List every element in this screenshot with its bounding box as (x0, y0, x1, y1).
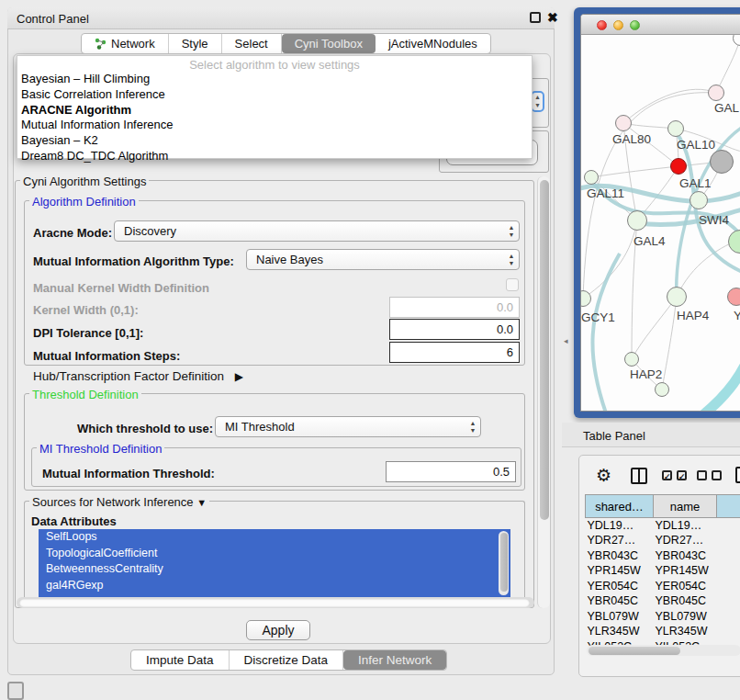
select-all-checkbox-icon[interactable]: ✓ (677, 470, 687, 480)
gear-icon[interactable]: ⚙ (596, 465, 611, 486)
manual-kernel-width-checkbox[interactable] (506, 278, 519, 291)
scrollbar-thumb[interactable] (19, 599, 530, 607)
table-row[interactable]: YDR27…YDR27…12 (586, 533, 740, 548)
table-header-row[interactable]: shared… name (586, 495, 740, 518)
tab-infer-network[interactable]: Infer Network (343, 650, 446, 670)
hub-definition-toggle[interactable]: Hub/Transcription Factor Definition ▶ (33, 369, 243, 383)
attributes-list-scrollbar[interactable] (499, 531, 509, 595)
scrollbar-thumb[interactable] (500, 533, 508, 592)
column-header-partial[interactable] (717, 495, 740, 518)
network-node-gal80[interactable] (615, 115, 632, 131)
minimized-panel-icon[interactable] (7, 682, 24, 700)
table-row[interactable]: YBR045CYBR045C9. (586, 593, 740, 609)
table-row[interactable]: YLR345WYLR345W9. (586, 624, 740, 639)
tab-label: Impute Data (146, 653, 214, 667)
tab-select[interactable]: Select (222, 34, 282, 53)
aracne-mode-combobox[interactable]: Discovery ▲▼ (114, 220, 520, 242)
network-node-gal4[interactable] (627, 210, 647, 231)
close-traffic-light[interactable] (597, 20, 607, 30)
network-node-swi4[interactable] (690, 191, 708, 209)
columns-icon[interactable] (631, 468, 647, 484)
mi-threshold-field[interactable]: 0.5 (386, 461, 516, 482)
settings-vertical-scrollbar[interactable] (537, 176, 550, 608)
network-window-titlebar[interactable] (581, 15, 740, 35)
splitter-collapse-arrow[interactable]: ◂ (564, 336, 568, 345)
tab-style[interactable]: Style (169, 34, 222, 53)
network-node-hap4[interactable] (667, 287, 687, 307)
minimize-traffic-light[interactable] (613, 20, 623, 30)
node-label: GAL80 (612, 132, 651, 146)
node-table[interactable]: shared… name YDL19…YDL19…13 YDR27…YDR27…… (585, 494, 740, 654)
network-node[interactable] (710, 150, 734, 174)
deselect-all-checkbox-icon[interactable] (697, 470, 707, 480)
network-node-hap2[interactable] (624, 352, 639, 367)
network-node[interactable] (708, 85, 724, 101)
network-node[interactable] (727, 288, 740, 306)
threshold-definition-title: Threshold Definition (29, 388, 141, 401)
dpi-tolerance-field[interactable]: 0.0 (389, 319, 520, 340)
node-label: GAL10 (677, 138, 715, 152)
close-icon[interactable]: ✖ (547, 10, 558, 25)
bottom-tabbar: Impute Data Discretize Data Infer Networ… (130, 649, 447, 671)
algorithm-combobox-stepper-focused[interactable]: ▲▼ (531, 91, 544, 112)
select-all-checkbox-icon[interactable]: ✓ (662, 470, 672, 480)
control-panel-title: Control Panel (17, 12, 89, 26)
table-row[interactable]: YPR145WYPR145W9. (586, 563, 740, 579)
tab-discretize-data[interactable]: Discretize Data (230, 650, 344, 670)
tab-impute-data[interactable]: Impute Data (131, 650, 230, 670)
table-row[interactable]: YDL19…YDL19…13 (586, 518, 740, 534)
dropdown-item[interactable]: Basic Correlation Inference (17, 87, 532, 103)
mi-steps-field[interactable]: 6 (389, 342, 520, 363)
network-canvas[interactable]: GAL GAL80 GAL10 GAL1 GAL11 SWI4 GAL4 GCY… (581, 35, 740, 412)
network-node-gal11[interactable] (584, 170, 599, 185)
table-horizontal-scrollbar[interactable] (587, 645, 740, 656)
zoom-traffic-light[interactable] (630, 20, 640, 30)
column-header-name[interactable]: name (654, 495, 717, 518)
scrollbar-thumb[interactable] (589, 647, 680, 655)
dropdown-item[interactable]: Bayesian – K2 (17, 133, 532, 149)
attribute-item[interactable]: TopologicalCoefficient (39, 546, 510, 562)
network-window: GAL GAL80 GAL10 GAL1 GAL11 SWI4 GAL4 GCY… (580, 14, 740, 412)
table-row[interactable]: YBL079WYBL079W (586, 609, 740, 625)
which-threshold-value: MI Threshold (216, 420, 465, 434)
attribute-item[interactable]: gal4RGexp (39, 578, 510, 594)
mi-algorithm-type-value: Naive Bayes (247, 253, 504, 266)
algorithm-definition-title: Algorithm Definition (29, 195, 139, 209)
attribute-item[interactable]: BetweennessCentrality (39, 561, 510, 578)
dropdown-item[interactable]: Bayesian – Hill Climbing (17, 72, 532, 87)
column-header-shared-name[interactable]: shared… (586, 495, 654, 518)
which-threshold-combobox[interactable]: MI Threshold ▲▼ (215, 416, 481, 437)
sources-group-title[interactable]: Sources for Network Inference ▼ (29, 495, 209, 509)
tab-cyni-toolbox[interactable]: Cyni Toolbox (282, 34, 376, 53)
dropdown-item[interactable]: Dream8 DC_TDC Algorithm (17, 149, 532, 164)
dropdown-item-selected[interactable]: ARACNE Algorithm (17, 103, 532, 119)
which-threshold-label: Which threshold to use: (77, 422, 213, 435)
tab-jactivemnodules[interactable]: jActiveMNodules (376, 34, 490, 53)
data-attributes-list[interactable]: SelfLoops TopologicalCoefficient Between… (39, 529, 510, 597)
document-icon[interactable] (735, 467, 740, 483)
network-node-gal10[interactable] (667, 120, 684, 137)
tab-network[interactable]: Network (82, 34, 169, 53)
network-node-gal1-selected[interactable] (670, 158, 687, 175)
kernel-width-field[interactable]: 0.0 (389, 297, 520, 318)
settings-horizontal-scrollbar[interactable] (17, 597, 534, 608)
dropdown-item[interactable]: Mutual Information Inference (17, 118, 532, 133)
combobox-stepper-icon: ▲▼ (465, 420, 480, 435)
attribute-item[interactable]: SelfLoops (39, 529, 510, 546)
expanded-arrow-icon: ▼ (196, 497, 207, 508)
manual-kernel-width-label: Manual Kernel Width Definition (33, 281, 209, 295)
combobox-stepper-icon: ▲▼ (504, 224, 519, 239)
deselect-all-checkbox-icon[interactable] (712, 470, 722, 480)
network-node[interactable] (655, 382, 669, 397)
dpi-tolerance-label: DPI Tolerance [0,1]: (33, 326, 143, 340)
table-row[interactable]: YBR043CYBR043C (586, 548, 740, 564)
mi-algorithm-type-combobox[interactable]: Naive Bayes ▲▼ (246, 249, 520, 270)
top-tabbar: Network Style Select Cyni Toolbox jActiv… (81, 33, 491, 54)
float-window-icon[interactable] (530, 12, 541, 23)
node-label: GAL11 (587, 186, 624, 200)
tab-label: Network (111, 37, 155, 51)
node-label: Y (734, 309, 740, 322)
apply-button[interactable]: Apply (246, 620, 310, 640)
table-row[interactable]: YER054CYER054C8. (586, 579, 740, 594)
scrollbar-thumb[interactable] (540, 180, 549, 520)
